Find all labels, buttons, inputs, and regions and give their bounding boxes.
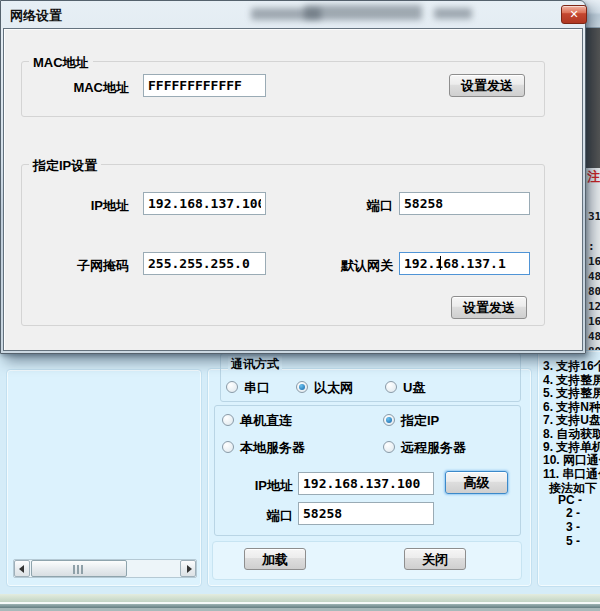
comm-mode-group-title: 通讯方式: [228, 356, 282, 373]
mac-input[interactable]: [143, 74, 266, 97]
gateway-label: 默认网关: [311, 257, 393, 275]
close-icon[interactable]: ✕: [561, 5, 587, 24]
info-line: 3 -: [566, 520, 580, 534]
preview-panel: [6, 369, 202, 587]
thumb-grip-icon: [73, 565, 85, 574]
scroll-right-icon: [187, 565, 192, 573]
mac-send-button[interactable]: 设置发送: [449, 74, 525, 97]
main-ip-input[interactable]: [298, 472, 434, 495]
main-ip-label: IP地址: [216, 477, 293, 495]
scrollbar-thumb[interactable]: [31, 560, 127, 577]
dialog-title: 网络设置: [10, 7, 62, 25]
status-bar: [0, 594, 600, 602]
load-button[interactable]: 加载: [244, 548, 306, 570]
dialog-titlebar[interactable]: 网络设置 ✕: [1, 1, 585, 28]
port-label: 端口: [311, 197, 393, 215]
scroll-right-button[interactable]: [180, 560, 196, 577]
screen: 注 31 : 16 48 80 12 16 48 80 12 通讯方式 串口 以…: [0, 0, 600, 611]
subnet-mask-label: 子网掩码: [41, 257, 129, 275]
edge-fragment: 12: [588, 300, 600, 313]
radio-specify-ip-label[interactable]: 指定IP: [401, 412, 439, 430]
edge-fragment: 16: [588, 255, 600, 268]
right-edge-text-strip: 注 31 : 16 48 80 12 16 48 80 12: [586, 168, 600, 362]
radio-usb-label[interactable]: U盘: [403, 379, 425, 397]
ip-input[interactable]: [143, 192, 266, 215]
edge-fragment: 31: [588, 210, 600, 223]
ip-group-title: 指定IP设置: [29, 157, 101, 175]
radio-local-server-label[interactable]: 本地服务器: [240, 439, 305, 457]
edge-fragment: :: [588, 240, 595, 253]
mac-label: MAC地址: [41, 79, 129, 97]
radio-direct-label[interactable]: 单机直连: [240, 412, 292, 430]
horizontal-scrollbar[interactable]: [13, 559, 197, 578]
edge-fragment: 80: [588, 285, 600, 298]
glass-smudge: [434, 8, 472, 19]
subnet-mask-input[interactable]: [143, 252, 266, 275]
edge-fragment: 48: [588, 330, 600, 343]
radio-remote-server[interactable]: [383, 441, 395, 453]
gateway-input[interactable]: [399, 252, 530, 275]
red-text-fragment: 注: [587, 168, 600, 186]
radio-usb[interactable]: [385, 381, 397, 393]
text-caret: [440, 256, 441, 270]
radio-serial-label[interactable]: 串口: [244, 379, 270, 397]
scroll-left-button[interactable]: [14, 560, 30, 577]
scroll-left-icon: [19, 565, 24, 573]
main-port-input[interactable]: [298, 502, 434, 525]
radio-ethernet-label[interactable]: 以太网: [314, 379, 353, 397]
radio-serial[interactable]: [226, 381, 238, 393]
radio-local-server[interactable]: [222, 441, 234, 453]
mac-group-title: MAC地址: [29, 54, 93, 72]
port-input[interactable]: [399, 192, 530, 215]
edge-fragment: 16: [588, 315, 600, 328]
main-port-label: 端口: [216, 507, 293, 525]
radio-direct[interactable]: [222, 414, 234, 426]
preview-screen-strip: [586, 28, 600, 168]
info-line: 5 -: [566, 534, 580, 548]
info-line: PC -: [558, 493, 582, 507]
advanced-button[interactable]: 高级: [445, 471, 508, 494]
close-window-button[interactable]: 关闭: [404, 548, 466, 570]
ip-send-button[interactable]: 设置发送: [451, 296, 527, 319]
ip-label: IP地址: [41, 197, 129, 215]
info-line: 2 -: [566, 506, 580, 520]
radio-remote-server-label[interactable]: 远程服务器: [401, 439, 466, 457]
radio-ethernet[interactable]: [296, 381, 308, 393]
network-settings-dialog: 网络设置 ✕ MAC地址 MAC地址 设置发送 指定IP设置 IP地址 端口 子…: [0, 0, 586, 354]
glass-smudge: [304, 5, 422, 20]
radio-specify-ip[interactable]: [383, 414, 395, 426]
edge-fragment: 48: [588, 270, 600, 283]
